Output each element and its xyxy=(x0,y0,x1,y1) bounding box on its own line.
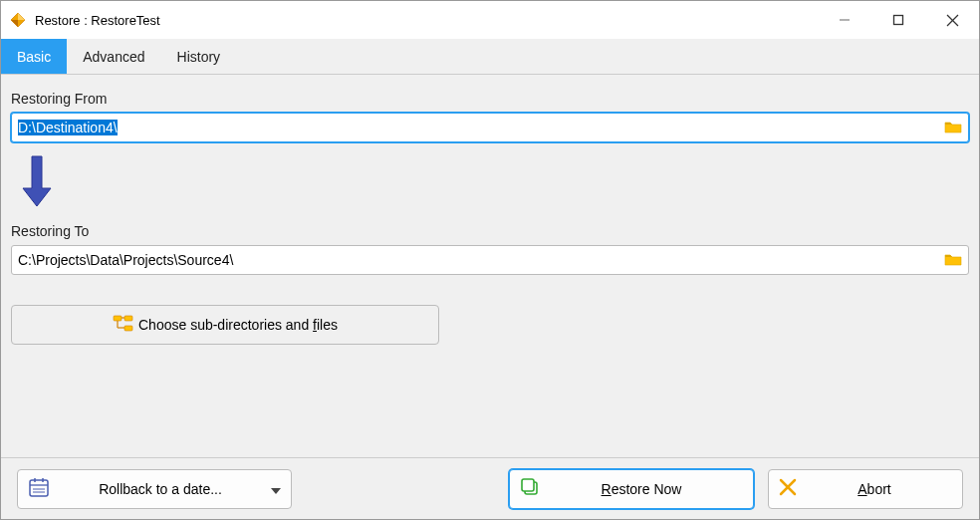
svg-rect-7 xyxy=(114,316,122,321)
restore-icon xyxy=(520,477,540,500)
restoring-to-value: C:\Projects\Data\Projects\Source4\ xyxy=(18,252,938,268)
folder-icon[interactable] xyxy=(938,252,962,269)
restore-now-button[interactable]: Restore Now xyxy=(509,469,754,509)
svg-marker-2 xyxy=(11,20,18,27)
choose-subdirs-button[interactable]: Choose sub-directories and files xyxy=(11,305,439,345)
titlebar: Restore : RestoreTest xyxy=(1,1,979,39)
svg-rect-9 xyxy=(124,326,132,331)
tree-icon xyxy=(113,315,134,336)
window-controls xyxy=(818,1,979,39)
svg-rect-4 xyxy=(894,16,903,25)
window-title: Restore : RestoreTest xyxy=(35,13,818,28)
restoring-from-label: Restoring From xyxy=(11,91,969,107)
restore-now-label: Restore Now xyxy=(540,481,743,497)
bottom-bar: Rollback to a date... Restore Now Abort xyxy=(1,457,979,519)
tab-basic[interactable]: Basic xyxy=(1,39,67,74)
restoring-from-value: D:\Destination4\ xyxy=(18,120,118,135)
svg-marker-1 xyxy=(18,13,25,20)
svg-marker-19 xyxy=(271,488,281,494)
restoring-from-input[interactable]: D:\Destination4\ xyxy=(11,113,969,142)
choose-subdirs-label: Choose sub-directories and files xyxy=(138,317,338,333)
svg-rect-21 xyxy=(522,479,534,491)
restoring-to-label: Restoring To xyxy=(11,223,969,239)
maximize-button[interactable] xyxy=(871,1,925,39)
abort-button[interactable]: Abort xyxy=(768,469,963,509)
app-icon xyxy=(9,11,27,29)
down-arrow-icon xyxy=(21,154,969,211)
rollback-label: Rollback to a date... xyxy=(50,481,271,497)
minimize-button[interactable] xyxy=(818,1,871,39)
restoring-to-input[interactable]: C:\Projects\Data\Projects\Source4\ xyxy=(11,245,969,275)
tab-advanced[interactable]: Advanced xyxy=(67,39,160,74)
calendar-icon xyxy=(28,476,50,501)
folder-icon[interactable] xyxy=(938,120,962,136)
close-icon xyxy=(779,478,797,499)
tab-bar: Basic Advanced History xyxy=(1,39,979,75)
content-area: Restoring From D:\Destination4\ Restorin… xyxy=(1,75,979,345)
svg-rect-13 xyxy=(30,480,48,496)
close-button[interactable] xyxy=(925,1,979,39)
rollback-button[interactable]: Rollback to a date... xyxy=(17,469,292,509)
abort-label: Abort xyxy=(797,481,952,497)
svg-rect-8 xyxy=(124,316,132,321)
tab-history[interactable]: History xyxy=(161,39,237,74)
chevron-down-icon xyxy=(271,481,281,497)
